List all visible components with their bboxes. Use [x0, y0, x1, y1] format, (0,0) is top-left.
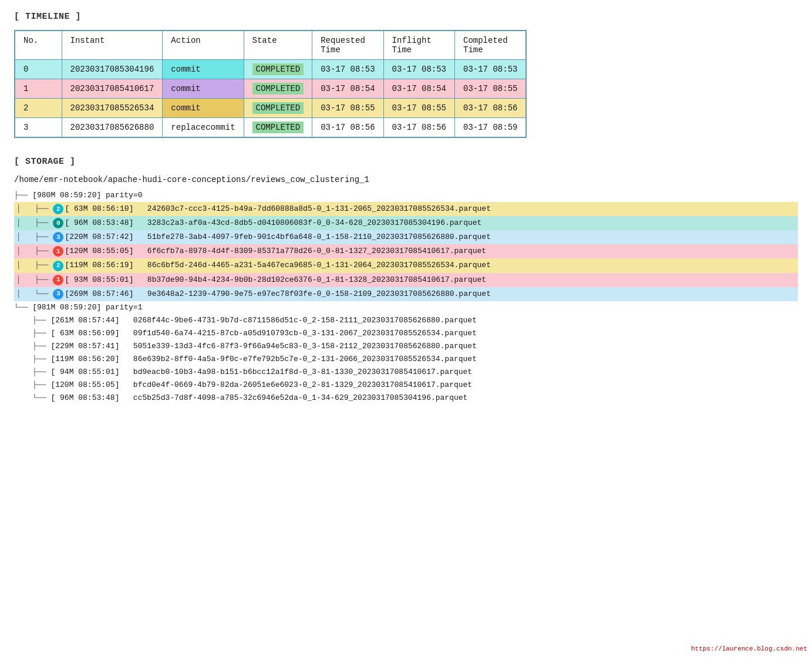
- list-item: │ ├── 2[119M 08:56:19] 86c6bf5d-246d-446…: [14, 258, 798, 272]
- file-info: [ 94M 08:55:01]: [50, 366, 133, 379]
- file-name: 3283c2a3-af0a-43cd-8db5-d0410806083f-0_0…: [147, 217, 482, 230]
- cell-action: commit: [163, 99, 244, 118]
- cell-action: replacecommit: [163, 118, 244, 138]
- file-name: cc5b25d3-7d8f-4098-a785-32c6946e52da-0_1…: [133, 392, 468, 405]
- file-info: [119M 08:56:20]: [50, 353, 133, 366]
- list-item: ├── [ 94M 08:55:01] bd9eacb0-10b3-4a98-b…: [14, 366, 798, 379]
- file-name: 86e639b2-8ff0-4a5a-9f0c-e7fe792b5c7e-0_2…: [133, 353, 477, 366]
- file-badge: 0: [53, 218, 63, 228]
- cell-no: 3: [15, 118, 62, 138]
- cell-completed: 03-17 08:59: [455, 118, 527, 138]
- file-name: 8b37de90-94b4-4234-9b0b-28d102ce6376-0_1…: [147, 274, 486, 287]
- tree-prefix-icon: │ └──: [16, 288, 53, 301]
- file-info: [269M 08:57:46]: [65, 288, 147, 301]
- file-badge: 2: [53, 261, 63, 271]
- list-item: ├── [119M 08:56:20] 86e639b2-8ff0-4a5a-9…: [14, 353, 798, 366]
- file-name: 51bfe278-3ab4-4097-9feb-901c4bf6a648-0_1…: [147, 231, 491, 244]
- file-info: [ 63M 08:56:10]: [65, 203, 147, 215]
- parity1-root: └── [981M 08:59:20] parity=1: [14, 301, 798, 314]
- file-badge: 1: [53, 275, 63, 285]
- cell-completed: 03-17 08:53: [455, 60, 527, 79]
- list-item: ├── [229M 08:57:41] 5051e339-13d3-4fc6-8…: [14, 340, 798, 353]
- list-item: ├── [120M 08:55:05] bfcd0e4f-0669-4b79-8…: [14, 379, 798, 392]
- table-row: 320230317085626880replacecommitCOMPLETED…: [15, 118, 526, 138]
- cell-instant: 20230317085626880: [62, 118, 163, 138]
- list-item: │ ├── 3[220M 08:57:42] 51bfe278-3ab4-409…: [14, 230, 798, 244]
- tree-prefix-icon: │ ├──: [16, 245, 53, 258]
- tree-prefix-icon: ├──: [14, 314, 50, 327]
- col-requested: RequestedTime: [312, 31, 383, 60]
- tree-prefix-icon: │ ├──: [16, 274, 53, 287]
- col-instant: Instant: [62, 31, 163, 60]
- table-row: 020230317085304196commitCOMPLETED03-17 0…: [15, 60, 526, 79]
- file-name: bfcd0e4f-0669-4b79-82da-26051e6e6023-0_2…: [133, 379, 472, 392]
- cell-state: COMPLETED: [244, 99, 312, 118]
- file-name: 86c6bf5d-246d-4465-a231-5a467eca9685-0_1…: [147, 259, 491, 272]
- timeline-header: [ TIMELINE ]: [14, 12, 798, 22]
- file-name: 09f1d540-6a74-4215-87cb-a05d910793cb-0_3…: [133, 327, 477, 340]
- table-row: 220230317085526534commitCOMPLETED03-17 0…: [15, 99, 526, 118]
- tree-prefix-icon: │ ├──: [16, 203, 53, 215]
- tree-prefix-icon: │ ├──: [16, 259, 53, 272]
- cell-inflight: 03-17 08:55: [383, 99, 454, 118]
- status-badge: COMPLETED: [252, 122, 304, 133]
- cell-no: 0: [15, 60, 62, 79]
- cell-inflight: 03-17 08:56: [383, 118, 454, 138]
- file-name: bd9eacb0-10b3-4a98-b151-b6bcc12a1f8d-0_3…: [133, 366, 472, 379]
- file-name: 242603c7-ccc3-4125-b49a-7dd60888a8d5-0_1…: [147, 203, 491, 215]
- file-name: 5051e339-13d3-4fc6-87f3-9f66a94e5c83-0_3…: [133, 340, 477, 353]
- file-info: [ 63M 08:56:09]: [50, 327, 133, 340]
- list-item: │ └── 3[269M 08:57:46] 9e3648a2-1239-479…: [14, 287, 798, 301]
- parity1-label: [981M 08:59:20] parity=1: [32, 301, 142, 314]
- storage-header: [ STORAGE ]: [14, 157, 798, 167]
- file-badge: 2: [53, 204, 63, 214]
- file-info: [120M 08:55:05]: [65, 245, 147, 258]
- table-row: 120230317085410617commitCOMPLETED03-17 0…: [15, 79, 526, 99]
- cell-action: commit: [163, 79, 244, 99]
- tree-prefix-icon: ├──: [14, 340, 50, 353]
- cell-inflight: 03-17 08:54: [383, 79, 454, 99]
- file-info: [261M 08:57:44]: [50, 314, 133, 327]
- parity0-label: [980M 08:59:20] parity=0: [32, 189, 142, 202]
- col-no: No.: [15, 31, 62, 60]
- col-completed: CompletedTime: [455, 31, 527, 60]
- list-item: │ ├── 1[120M 08:55:05] 6f6cfb7a-8978-4d4…: [14, 244, 798, 258]
- cell-no: 1: [15, 79, 62, 99]
- cell-inflight: 03-17 08:53: [383, 60, 454, 79]
- file-badge: 3: [53, 289, 63, 299]
- list-item: ├── [ 63M 08:56:09] 09f1d540-6a74-4215-8…: [14, 327, 798, 340]
- file-info: [229M 08:57:41]: [50, 340, 133, 353]
- list-item: │ ├── 0[ 96M 08:53:48] 3283c2a3-af0a-43c…: [14, 216, 798, 230]
- status-badge: COMPLETED: [252, 63, 304, 75]
- cell-state: COMPLETED: [244, 60, 312, 79]
- cell-state: COMPLETED: [244, 79, 312, 99]
- parity1-files: ├── [261M 08:57:44] 0268f44c-9be6-4731-9…: [14, 314, 798, 405]
- file-name: 9e3648a2-1239-4790-9e75-e97ec78f03fe-0_0…: [147, 288, 491, 301]
- tree-prefix-icon: └──: [14, 392, 50, 405]
- cell-requested: 03-17 08:54: [312, 79, 383, 99]
- col-inflight: InflightTime: [383, 31, 454, 60]
- cell-instant: 20230317085410617: [62, 79, 163, 99]
- file-info: [119M 08:56:19]: [65, 259, 147, 272]
- file-info: [ 96M 08:53:48]: [65, 217, 147, 230]
- tree-prefix-icon: │ ├──: [16, 217, 53, 230]
- tree-prefix-icon: ├──: [14, 379, 50, 392]
- parity0-root: ├── [980M 08:59:20] parity=0: [14, 189, 798, 202]
- parity0-files: │ ├── 2[ 63M 08:56:10] 242603c7-ccc3-412…: [14, 202, 798, 301]
- cell-requested: 03-17 08:55: [312, 99, 383, 118]
- cell-state: COMPLETED: [244, 118, 312, 138]
- cell-instant: 20230317085526534: [62, 99, 163, 118]
- timeline-section: [ TIMELINE ] No. Instant Action State Re…: [14, 12, 798, 138]
- cell-completed: 03-17 08:55: [455, 79, 527, 99]
- file-info: [ 93M 08:55:01]: [65, 274, 147, 287]
- list-item: └── [ 96M 08:53:48] cc5b25d3-7d8f-4098-a…: [14, 392, 798, 405]
- cell-instant: 20230317085304196: [62, 60, 163, 79]
- file-name: 6f6cfb7a-8978-4d4f-8309-85371a778d26-0_0…: [147, 245, 486, 258]
- col-action: Action: [163, 31, 244, 60]
- col-state: State: [244, 31, 312, 60]
- cell-requested: 03-17 08:56: [312, 118, 383, 138]
- timeline-table: No. Instant Action State RequestedTime I…: [14, 30, 527, 138]
- file-info: [120M 08:55:05]: [50, 379, 133, 392]
- list-item: ├── [261M 08:57:44] 0268f44c-9be6-4731-9…: [14, 314, 798, 327]
- file-badge: 1: [53, 246, 63, 257]
